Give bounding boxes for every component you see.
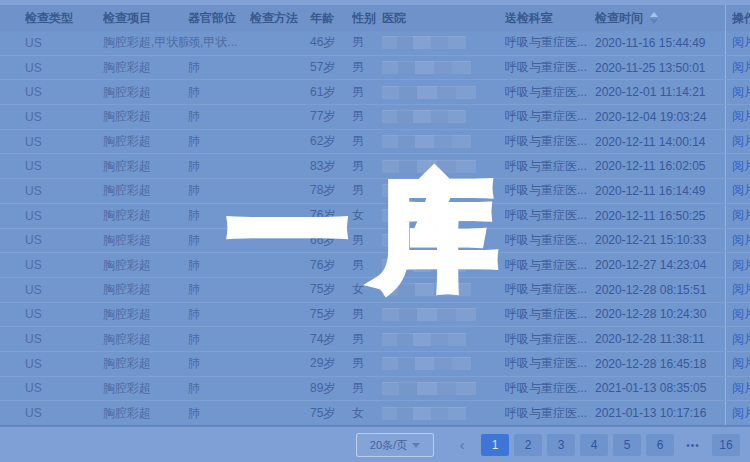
- cell-exam-time: 2020-12-01 11:14:21: [595, 85, 725, 99]
- cell-exam-item: 胸腔彩超: [103, 257, 188, 274]
- cell-gender: 女: [352, 281, 382, 298]
- redacted-hospital-block: [382, 61, 471, 74]
- view-images-link[interactable]: 阅片: [732, 84, 750, 101]
- view-images-link[interactable]: 阅片: [732, 257, 750, 274]
- page-button-2[interactable]: 2: [514, 434, 542, 456]
- cell-exam-item: 胸腔彩超: [103, 405, 188, 422]
- header-label-actions: 操作: [732, 10, 750, 27]
- cell-actions: 阅片: [725, 130, 750, 154]
- cell-organ-part: 肺: [188, 84, 250, 101]
- cell-exam-time: 2020-12-04 19:03:24: [595, 110, 725, 124]
- cell-exam-type: US: [25, 357, 103, 371]
- page-size-label: 20条/页: [370, 438, 407, 453]
- header-cell-department: 送检科室: [505, 10, 595, 27]
- view-images-link[interactable]: 阅片: [732, 355, 750, 372]
- cell-exam-type: US: [25, 135, 103, 149]
- cell-department: 呼吸与重症医...: [505, 232, 595, 249]
- sort-caret-up-icon[interactable]: [650, 12, 658, 17]
- cell-actions: 阅片: [725, 105, 750, 129]
- header-label-exam-method: 检查方法: [250, 10, 298, 27]
- cell-actions: 阅片: [725, 179, 750, 203]
- prev-page-button[interactable]: ‹: [448, 434, 476, 456]
- cell-hospital: [382, 333, 505, 346]
- view-images-link[interactable]: 阅片: [732, 207, 750, 224]
- redacted-hospital-block: [382, 333, 466, 346]
- cell-organ-part: 肺: [188, 281, 250, 298]
- cell-organ-part: 肺: [188, 257, 250, 274]
- cell-exam-time: 2020-12-11 16:50:25: [595, 209, 725, 223]
- cell-exam-type: US: [25, 307, 103, 321]
- header-label-organ-part: 器官部位: [188, 10, 236, 27]
- redacted-hospital-block: [382, 259, 466, 272]
- cell-exam-item: 胸腔彩超: [103, 158, 188, 175]
- chevron-down-icon: [412, 443, 420, 448]
- cell-age: 77岁: [310, 108, 352, 125]
- cell-department: 呼吸与重症医...: [505, 182, 595, 199]
- cell-department: 呼吸与重症医...: [505, 133, 595, 150]
- cell-exam-type: US: [25, 110, 103, 124]
- cell-age: 75岁: [310, 281, 352, 298]
- page-ellipsis[interactable]: •••: [679, 434, 707, 456]
- view-images-link[interactable]: 阅片: [732, 306, 750, 323]
- page-button-1[interactable]: 1: [481, 434, 509, 456]
- cell-hospital: [382, 234, 505, 247]
- view-images-link[interactable]: 阅片: [732, 108, 750, 125]
- cell-exam-item: 胸腔彩超: [103, 84, 188, 101]
- table-body: US胸腔彩超,甲状腺彩超颈,甲状...46岁男呼吸与重症医...2020-11-…: [0, 31, 750, 426]
- view-images-link[interactable]: 阅片: [732, 59, 750, 76]
- view-images-link[interactable]: 阅片: [732, 380, 750, 397]
- cell-actions: 阅片: [725, 80, 750, 104]
- cell-organ-part: 肺: [188, 232, 250, 249]
- cell-exam-time: 2020-12-11 16:02:05: [595, 159, 725, 173]
- table-row: US胸腔彩超肺66岁男呼吸与重症医...2020-12-21 15:10:33阅…: [0, 228, 750, 253]
- view-images-link[interactable]: 阅片: [732, 331, 750, 348]
- header-cell-exam-time[interactable]: 检查时间: [595, 10, 725, 27]
- cell-hospital: [382, 160, 505, 173]
- view-images-link[interactable]: 阅片: [732, 182, 750, 199]
- cell-department: 呼吸与重症医...: [505, 380, 595, 397]
- header-label-gender: 性别: [352, 10, 376, 27]
- page-button-4[interactable]: 4: [580, 434, 608, 456]
- view-images-link[interactable]: 阅片: [732, 405, 750, 422]
- table-row: US胸腔彩超肺75岁女呼吸与重症医...2020-12-28 08:15:51阅…: [0, 277, 750, 302]
- page-button-16[interactable]: 16: [712, 434, 740, 456]
- table-row: US胸腔彩超肺83岁男呼吸与重症医...2020-12-11 16:02:05阅…: [0, 153, 750, 178]
- cell-hospital: [382, 382, 505, 395]
- header-cell-hospital: 医院: [382, 10, 505, 27]
- view-images-link[interactable]: 阅片: [732, 232, 750, 249]
- redacted-hospital-block: [382, 110, 466, 123]
- cell-department: 呼吸与重症医...: [505, 108, 595, 125]
- header-label-exam-item: 检查项目: [103, 10, 151, 27]
- header-cell-age: 年龄: [310, 10, 352, 27]
- page-button-3[interactable]: 3: [547, 434, 575, 456]
- cell-exam-time: 2021-01-13 10:17:16: [595, 406, 725, 420]
- cell-organ-part: 肺: [188, 355, 250, 372]
- view-images-link[interactable]: 阅片: [732, 281, 750, 298]
- view-images-link[interactable]: 阅片: [732, 158, 750, 175]
- redacted-hospital-block: [382, 209, 471, 222]
- view-images-link[interactable]: 阅片: [732, 34, 750, 51]
- cell-gender: 男: [352, 306, 382, 323]
- cell-exam-item: 胸腔彩超: [103, 207, 188, 224]
- cell-exam-type: US: [25, 159, 103, 173]
- cell-organ-part: 肺: [188, 331, 250, 348]
- cell-exam-time: 2020-12-27 14:23:04: [595, 258, 725, 272]
- cell-actions: 阅片: [725, 204, 750, 228]
- cell-hospital: [382, 357, 505, 370]
- table-row: US胸腔彩超肺77岁男呼吸与重症医...2020-12-04 19:03:24阅…: [0, 104, 750, 129]
- cell-exam-type: US: [25, 209, 103, 223]
- page-button-6[interactable]: 6: [646, 434, 674, 456]
- redacted-hospital-block: [382, 357, 471, 370]
- view-images-link[interactable]: 阅片: [732, 133, 750, 150]
- sort-caret-down-icon[interactable]: [650, 19, 658, 24]
- cell-exam-item: 胸腔彩超: [103, 306, 188, 323]
- exam-list-page: 检查类型检查项目器官部位检查方法年龄性别医院送检科室检查时间操作 US胸腔彩超,…: [0, 0, 750, 462]
- redacted-hospital-block: [382, 86, 476, 99]
- cell-organ-part: 肺: [188, 207, 250, 224]
- page-button-5[interactable]: 5: [613, 434, 641, 456]
- cell-actions: 阅片: [725, 303, 750, 327]
- page-size-select[interactable]: 20条/页: [356, 433, 434, 457]
- cell-age: 83岁: [310, 158, 352, 175]
- cell-exam-time: 2020-12-21 15:10:33: [595, 233, 725, 247]
- cell-hospital: [382, 61, 505, 74]
